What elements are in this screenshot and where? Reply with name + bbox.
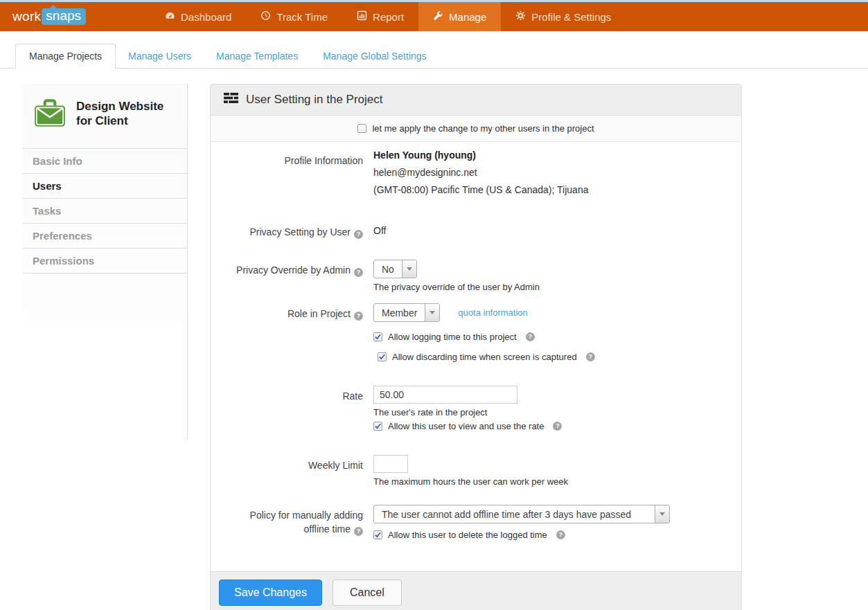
briefcase-icon	[33, 96, 67, 130]
user-timezone: (GMT-08:00) Pacific Time (US & Canada); …	[373, 185, 588, 195]
weekly-limit-row: Weekly Limit The maximum hours the user …	[211, 455, 741, 487]
help-icon[interactable]: ?	[526, 332, 535, 341]
nav-item-manage[interactable]: Manage	[418, 2, 501, 31]
panel-header: User Setting in the Project	[211, 84, 741, 116]
allow-discarding-label: Allow discarding time when screen is cap…	[392, 352, 577, 362]
rate-allow-checkbox[interactable]	[373, 422, 382, 431]
allow-discarding-checkbox[interactable]	[378, 352, 387, 361]
nav-item-label: Dashboard	[181, 11, 231, 23]
rate-control: The user's rate in the project Allow thi…	[373, 386, 562, 431]
panel-footer: Save Changes Cancel	[211, 571, 741, 610]
quota-information-link[interactable]: quota information	[458, 307, 527, 318]
tab-manage-global-settings[interactable]: Manage Global Settings	[310, 44, 439, 68]
logo-text-work: work	[12, 9, 41, 24]
chevron-down-icon	[659, 512, 665, 516]
nav-item-label: Report	[373, 11, 404, 23]
logo-badge-snaps: snaps	[42, 8, 86, 25]
rate-allow-line: Allow this user to view and use the rate…	[373, 421, 562, 431]
user-email: helen@mydesigninc.net	[373, 168, 588, 177]
privacy-override-row: Privacy Override by Admin? No The privac…	[211, 260, 741, 292]
project-menu: Basic Info Users Tasks Preferences Permi…	[23, 148, 187, 273]
allow-logging-line: Allow logging time to this project?	[373, 332, 535, 342]
role-in-project-row: Role in Project? Member quota informatio…	[211, 303, 741, 322]
help-icon[interactable]: ?	[354, 230, 363, 239]
nav-item-label: Manage	[449, 11, 486, 23]
help-icon[interactable]: ?	[354, 527, 363, 536]
select-arrow-button[interactable]	[402, 260, 416, 278]
weekly-limit-helper: The maximum hours the user can work per …	[373, 476, 568, 487]
allow-delete-line: Allow this user to delete the logged tim…	[373, 530, 670, 540]
privacy-override-control: No The privacy override of the user by A…	[373, 260, 540, 292]
offline-policy-selected-value: The user cannot add offline time after 3…	[374, 505, 639, 523]
allow-logging-row: Allow logging time to this project?	[211, 332, 741, 342]
sidebar-item-tasks[interactable]: Tasks	[23, 199, 187, 224]
role-label-wrap: Role in Project?	[211, 303, 363, 321]
rate-row: Rate The user's rate in the project Allo…	[211, 386, 741, 431]
select-arrow-button[interactable]	[425, 304, 439, 321]
project-header: Design Website for Client	[23, 84, 187, 140]
sidebar-item-permissions[interactable]: Permissions	[23, 249, 187, 273]
help-icon[interactable]: ?	[553, 422, 562, 431]
offline-policy-label-line1: Policy for manually adding	[211, 508, 363, 522]
help-icon[interactable]: ?	[354, 268, 363, 277]
privacy-setting-label: Privacy Setting by User	[250, 226, 351, 237]
privacy-override-label-wrap: Privacy Override by Admin?	[211, 260, 363, 277]
apply-to-others-checkbox[interactable]	[357, 124, 366, 133]
tab-manage-templates[interactable]: Manage Templates	[204, 44, 310, 68]
role-select[interactable]: Member	[373, 303, 440, 322]
privacy-override-selected-value: No	[374, 260, 402, 278]
privacy-override-select[interactable]: No	[373, 260, 417, 278]
user-full-name: Helen Young (hyoung)	[373, 150, 588, 160]
top-nav: work snaps Dashboard Track Time Report M…	[0, 2, 868, 31]
logo-text-snaps: snaps	[46, 8, 81, 23]
allow-logging-checkbox[interactable]	[373, 332, 382, 341]
rate-allow-label: Allow this user to view and use the rate	[388, 421, 544, 431]
rate-helper: The user's rate in the project	[373, 407, 562, 418]
gear-icon	[515, 10, 526, 23]
save-changes-button[interactable]: Save Changes	[219, 580, 322, 606]
privacy-setting-value: Off	[373, 222, 386, 236]
sidebar-item-preferences[interactable]: Preferences	[23, 224, 187, 249]
select-arrow-button[interactable]	[655, 505, 669, 523]
help-icon[interactable]: ?	[354, 312, 363, 321]
user-setting-form: Profile Information Helen Young (hyoung)…	[211, 142, 741, 571]
weekly-limit-input[interactable]	[373, 455, 408, 473]
dashboard-icon	[165, 10, 175, 23]
wrench-icon	[433, 10, 443, 23]
tab-manage-projects[interactable]: Manage Projects	[15, 44, 116, 69]
manage-tabs: Manage Projects Manage Users Manage Temp…	[0, 43, 868, 69]
chevron-down-icon	[407, 267, 412, 271]
tab-manage-users[interactable]: Manage Users	[116, 44, 204, 68]
chevron-down-icon	[429, 311, 435, 314]
nav-item-track-time[interactable]: Track Time	[246, 2, 342, 31]
role-selected-value: Member	[374, 304, 425, 321]
nav-item-dashboard[interactable]: Dashboard	[150, 2, 246, 31]
nav-item-report[interactable]: Report	[342, 2, 418, 31]
help-icon[interactable]: ?	[586, 352, 595, 361]
clock-icon	[260, 10, 271, 23]
offline-policy-row: Policy for manually adding offline time?…	[211, 505, 741, 540]
project-sidebar: Design Website for Client Basic Info Use…	[23, 84, 188, 440]
apply-to-others-label: let me apply the change to my other user…	[372, 123, 594, 134]
nav-item-label: Profile & Settings	[531, 11, 611, 23]
offline-policy-select[interactable]: The user cannot add offline time after 3…	[373, 505, 670, 523]
nav-item-profile-settings[interactable]: Profile & Settings	[501, 2, 626, 31]
allow-logging-label: Allow logging time to this project	[388, 332, 517, 342]
rate-input[interactable]	[373, 386, 517, 404]
page: work snaps Dashboard Track Time Report M…	[0, 0, 868, 610]
profile-information-row: Profile Information Helen Young (hyoung)…	[211, 150, 741, 202]
privacy-setting-label-wrap: Privacy Setting by User?	[211, 222, 363, 239]
nav-item-label: Track Time	[276, 11, 328, 23]
project-title: Design Website for Client	[76, 96, 180, 130]
help-icon[interactable]: ?	[556, 530, 565, 539]
sidebar-item-users[interactable]: Users	[23, 174, 187, 199]
bubble-tip-icon	[49, 5, 57, 9]
worksnaps-logo[interactable]: work snaps	[12, 2, 86, 31]
cancel-button[interactable]: Cancel	[333, 580, 402, 606]
user-setting-panel: User Setting in the Project let me apply…	[210, 84, 742, 610]
offline-policy-control: The user cannot add offline time after 3…	[373, 505, 670, 540]
profile-information-value: Helen Young (hyoung) helen@mydesigninc.n…	[373, 150, 588, 202]
allow-delete-checkbox[interactable]	[373, 530, 382, 539]
sidebar-item-basic-info[interactable]: Basic Info	[23, 149, 187, 174]
allow-delete-label: Allow this user to delete the logged tim…	[388, 530, 547, 540]
